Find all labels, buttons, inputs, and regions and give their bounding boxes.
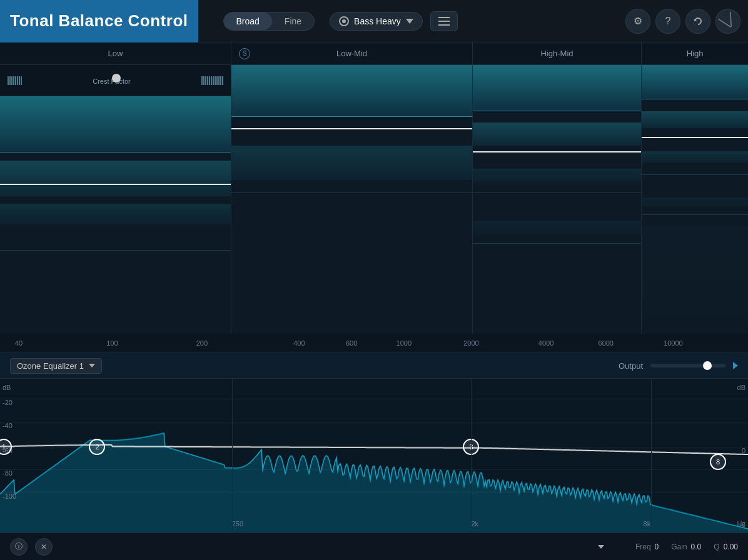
target-icon bbox=[339, 16, 349, 26]
eq-node-8[interactable]: 8 bbox=[710, 454, 726, 470]
gain-label: Gain bbox=[671, 542, 687, 551]
band-lowmid-label: Low-Mid bbox=[336, 49, 367, 58]
highmid-band-viz bbox=[473, 65, 641, 352]
eq-band-divider-1 bbox=[232, 379, 233, 532]
output-label: Output bbox=[619, 361, 643, 371]
eq-freq-8k: 8k bbox=[644, 520, 651, 528]
eq-canvas-area: dB -20 -40 -60 -80 -100 dB 0 -6 1 2 3 8 … bbox=[0, 379, 748, 532]
freq-40: 40 bbox=[15, 339, 23, 347]
hamburger-line bbox=[438, 17, 450, 18]
info-button[interactable]: ⓘ bbox=[10, 538, 28, 556]
gain-field: Gain 0.0 bbox=[671, 542, 701, 551]
freq-label: Freq bbox=[635, 542, 651, 551]
db-label-100: -100 bbox=[3, 492, 16, 500]
header: Tonal Balance Control Broad Fine Bass He… bbox=[0, 0, 748, 42]
freq-value: 0 bbox=[655, 542, 659, 551]
analyzer-section: Low Crest Factor bbox=[0, 42, 748, 352]
db-label-right-0: 0 bbox=[742, 447, 745, 454]
band-highmid-header: High-Mid bbox=[473, 42, 641, 65]
band-highmid-label: High-Mid bbox=[540, 49, 573, 58]
close-button[interactable]: ✕ bbox=[35, 538, 53, 556]
logo-bar: Tonal Balance Control bbox=[0, 0, 198, 42]
status-dropdown-icon[interactable] bbox=[598, 545, 604, 549]
main-area: Low Crest Factor bbox=[0, 42, 748, 560]
hamburger-button[interactable] bbox=[430, 11, 458, 31]
db-label-80: -80 bbox=[3, 469, 13, 477]
eq-band-divider-2 bbox=[471, 379, 472, 532]
q-field: Q 0.00 bbox=[714, 542, 738, 551]
crest-factor-control[interactable]: Crest Factor bbox=[0, 65, 231, 96]
status-fields: Freq 0 Gain 0.0 Q 0.00 bbox=[598, 542, 738, 551]
status-bar: ⓘ ✕ Freq 0 Gain 0.0 Q 0.00 bbox=[0, 532, 748, 560]
band-high: High bbox=[642, 42, 748, 352]
crest-factor-thumb[interactable] bbox=[112, 74, 121, 82]
db-label-top: dB bbox=[3, 384, 11, 391]
hamburger-line bbox=[438, 21, 450, 22]
freq-100: 100 bbox=[106, 339, 118, 347]
freq-4000: 4000 bbox=[538, 339, 553, 347]
eq-canvas[interactable] bbox=[0, 379, 748, 532]
eq-freq-hz: Hz bbox=[737, 520, 745, 528]
freq-2000: 2000 bbox=[463, 339, 478, 347]
broad-button[interactable]: Broad bbox=[224, 12, 272, 30]
band-low-header: Low bbox=[0, 42, 231, 65]
db-label-20: -20 bbox=[3, 399, 13, 406]
preset-name: Bass Heavy bbox=[354, 16, 401, 26]
eq-band-divider-3 bbox=[651, 379, 652, 532]
eq-toolbar: Ozone Equalizer 1 Output bbox=[0, 352, 748, 379]
freq-axis: 40 100 200 400 600 1000 2000 4000 6000 1… bbox=[0, 334, 748, 352]
undo-icon bbox=[692, 16, 704, 27]
band-high-label: High bbox=[687, 49, 704, 58]
freq-field: Freq 0 bbox=[635, 542, 659, 551]
freq-6000: 6000 bbox=[599, 339, 614, 347]
lowmid-solo-button[interactable]: S bbox=[239, 48, 250, 59]
hamburger-line bbox=[438, 24, 450, 26]
gain-value: 0.0 bbox=[691, 542, 702, 551]
low-band-viz bbox=[0, 96, 231, 352]
header-icons: ⚙ ? ╲╱ bbox=[625, 9, 740, 34]
band-low-label: Low bbox=[108, 49, 123, 58]
grid-line bbox=[0, 399, 748, 399]
diagonal-icon[interactable]: ╲╱ bbox=[711, 4, 745, 38]
freq-200: 200 bbox=[196, 339, 208, 347]
freq-600: 600 bbox=[346, 339, 357, 347]
chevron-down-icon[interactable] bbox=[406, 19, 413, 24]
q-value: 0.00 bbox=[724, 542, 738, 551]
band-highmid: High-Mid bbox=[473, 42, 642, 352]
output-slider-thumb[interactable] bbox=[703, 361, 712, 370]
band-low: Low Crest Factor bbox=[0, 42, 231, 352]
output-slider[interactable] bbox=[650, 364, 725, 368]
undo-button[interactable] bbox=[685, 9, 710, 34]
db-label-right-top: dB bbox=[737, 384, 745, 391]
q-label: Q bbox=[714, 542, 719, 551]
freq-1000: 1000 bbox=[397, 339, 412, 347]
broad-fine-toggle: Broad Fine bbox=[223, 12, 315, 31]
plugin-name: Ozone Equalizer 1 bbox=[17, 361, 84, 371]
preset-selector[interactable]: Bass Heavy bbox=[330, 12, 423, 31]
help-button[interactable]: ? bbox=[655, 9, 680, 34]
band-high-header: High bbox=[642, 42, 748, 65]
band-lowmid: S Low-Mid bbox=[231, 42, 473, 352]
grid-line bbox=[0, 447, 748, 448]
eq-freq-250: 250 bbox=[232, 520, 243, 528]
fine-button[interactable]: Fine bbox=[272, 12, 314, 30]
eq-node-2[interactable]: 2 bbox=[89, 439, 105, 455]
lowmid-band-viz bbox=[231, 65, 472, 352]
high-band-viz bbox=[642, 65, 748, 352]
eq-section: Ozone Equalizer 1 Output dB -20 -40 -60 … bbox=[0, 352, 748, 532]
settings-button[interactable]: ⚙ bbox=[625, 9, 650, 34]
grid-line bbox=[0, 492, 748, 493]
grid-line bbox=[0, 469, 748, 470]
app-title: Tonal Balance Control bbox=[10, 11, 188, 31]
freq-400: 400 bbox=[293, 339, 305, 347]
band-lowmid-header: S Low-Mid bbox=[231, 42, 472, 65]
plugin-dropdown-icon[interactable] bbox=[89, 364, 95, 368]
grid-line bbox=[0, 422, 748, 422]
db-label-40: -40 bbox=[3, 422, 13, 429]
eq-freq-2k: 2k bbox=[471, 520, 478, 528]
output-arrow-button[interactable] bbox=[733, 362, 738, 369]
plugin-selector[interactable]: Ozone Equalizer 1 bbox=[10, 358, 102, 374]
crest-lines-left bbox=[8, 76, 22, 85]
crest-lines-right bbox=[201, 76, 223, 85]
freq-10000: 10000 bbox=[664, 339, 683, 347]
